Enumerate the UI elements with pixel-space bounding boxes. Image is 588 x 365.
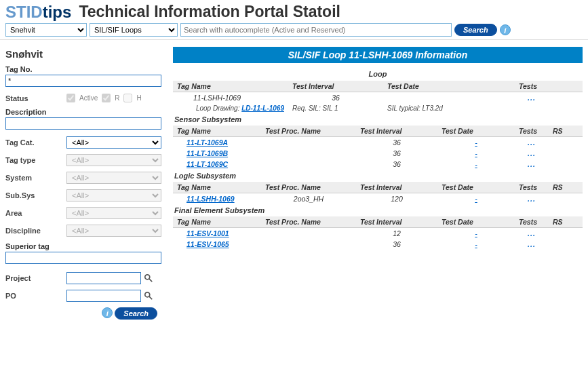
system-label: System — [5, 174, 66, 182]
logo-tips: tips — [43, 3, 72, 21]
tag-link[interactable]: 11-LT-1069A — [187, 138, 228, 147]
date-link[interactable]: - — [475, 160, 477, 168]
po-label: PO — [5, 292, 66, 300]
tag-link[interactable]: 11-LT-1069B — [187, 149, 228, 157]
tagno-input[interactable] — [5, 75, 161, 87]
svg-line-3 — [149, 296, 152, 299]
desc-label: Description — [5, 108, 168, 116]
magnifier-icon[interactable] — [143, 273, 154, 284]
disc-select: <All> — [66, 225, 161, 237]
loop-head: Loop — [173, 67, 583, 81]
col-ti: Test Interval — [288, 81, 383, 92]
desc-input[interactable] — [5, 117, 161, 130]
table-row: 11-LSHH-10692oo3_HH120-... — [173, 193, 583, 205]
sensor-head: Sensor Subsystem — [173, 113, 583, 126]
project-label: Project — [5, 274, 66, 282]
suptag-label: Superior tag — [5, 242, 168, 250]
table-row: 11-LT-1069A36-... — [173, 137, 583, 149]
date-link[interactable]: - — [475, 195, 477, 203]
logo: STIDtips — [5, 3, 71, 22]
sensor-table: Tag Name Test Proc. Name Test Interval T… — [173, 126, 583, 170]
tagtype-select: <All> — [66, 154, 161, 166]
disc-label: Discipline — [5, 227, 66, 235]
type-select[interactable]: SIL/SIF Loops — [90, 23, 178, 37]
portal-title: Technical Information Portal Statoil — [79, 3, 340, 21]
table-row: 11-ESV-106536-... — [173, 239, 583, 250]
tests-link[interactable]: ... — [528, 240, 536, 248]
search-button-side[interactable]: Search — [115, 307, 157, 320]
info-banner: SIL/SIF Loop 11-LSHH-1069 Information — [173, 47, 583, 63]
date-link[interactable]: - — [475, 240, 477, 248]
tag-link[interactable]: 11-LT-1069C — [187, 160, 228, 168]
tagcat-label: Tag Cat. — [5, 138, 66, 147]
info-icon[interactable]: i — [500, 24, 511, 35]
project-input[interactable] — [66, 272, 141, 284]
svg-line-1 — [149, 279, 152, 282]
search-button-top[interactable]: Search — [454, 24, 497, 36]
table-row: 11-ESV-100112-... — [173, 228, 583, 239]
tag-link[interactable]: 11-ESV-1065 — [187, 240, 229, 248]
tests-link[interactable]: ... — [528, 160, 536, 168]
col-tests: Tests — [515, 81, 549, 92]
date-link[interactable]: - — [475, 149, 477, 157]
status-label: Status — [5, 94, 66, 102]
table-row: 11-LSHH-1069 36 ... — [173, 92, 583, 104]
tests-link[interactable]: ... — [528, 149, 536, 157]
drawing-link[interactable]: LD-11-L-1069 — [241, 104, 284, 112]
tests-link[interactable]: ... — [528, 94, 536, 102]
col-td: Test Date — [383, 81, 515, 92]
date-link[interactable]: - — [475, 138, 477, 147]
loop-table: Tag Name Test Interval Test Date Tests 1… — [173, 81, 583, 113]
magnifier-icon[interactable] — [143, 290, 154, 301]
tests-link[interactable]: ... — [528, 138, 536, 147]
logic-head: Logic Subsystem — [173, 170, 583, 182]
final-table: Tag Name Test Proc. Name Test Interval T… — [173, 216, 583, 250]
tagno-label: Tag No. — [5, 65, 168, 73]
tagcat-select[interactable]: <All> — [66, 136, 161, 149]
tag-link[interactable]: 11-LSHH-1069 — [187, 195, 235, 203]
status-h-chk[interactable] — [123, 94, 132, 102]
date-link[interactable]: - — [475, 229, 477, 237]
tests-link[interactable]: ... — [528, 195, 536, 203]
tag-link[interactable]: 11-ESV-1001 — [187, 229, 229, 237]
system-select: <All> — [66, 172, 161, 184]
subsys-label: Sub.Sys — [5, 191, 66, 199]
area-label: Area — [5, 209, 66, 217]
svg-point-0 — [145, 275, 150, 280]
status-active-chk[interactable] — [66, 94, 75, 102]
logic-table: Tag Name Test Proc. Name Test Interval T… — [173, 182, 583, 204]
search-input[interactable] — [180, 23, 452, 37]
table-row: 11-LT-1069C36-... — [173, 159, 583, 170]
info-icon[interactable]: i — [102, 307, 113, 318]
suptag-input[interactable] — [5, 252, 161, 264]
table-row: Loop Drawing: LD-11-L-1069 Req. SIL: SIL… — [173, 103, 583, 113]
area-select: <All> — [66, 207, 161, 219]
tests-link[interactable]: ... — [528, 229, 536, 237]
logo-stid: STID — [5, 3, 43, 21]
svg-point-2 — [145, 292, 150, 297]
plant-select[interactable]: Snehvit — [5, 23, 87, 37]
tagtype-label: Tag type — [5, 156, 66, 164]
sidebar-title: Snøhvit — [5, 48, 168, 60]
final-head: Final Element Subsystem — [173, 204, 583, 216]
subsys-select: <All> — [66, 189, 161, 201]
po-input[interactable] — [66, 290, 141, 302]
col-tagname: Tag Name — [173, 81, 288, 92]
table-row: 11-LT-1069B36-... — [173, 148, 583, 159]
status-r-chk[interactable] — [102, 94, 111, 102]
